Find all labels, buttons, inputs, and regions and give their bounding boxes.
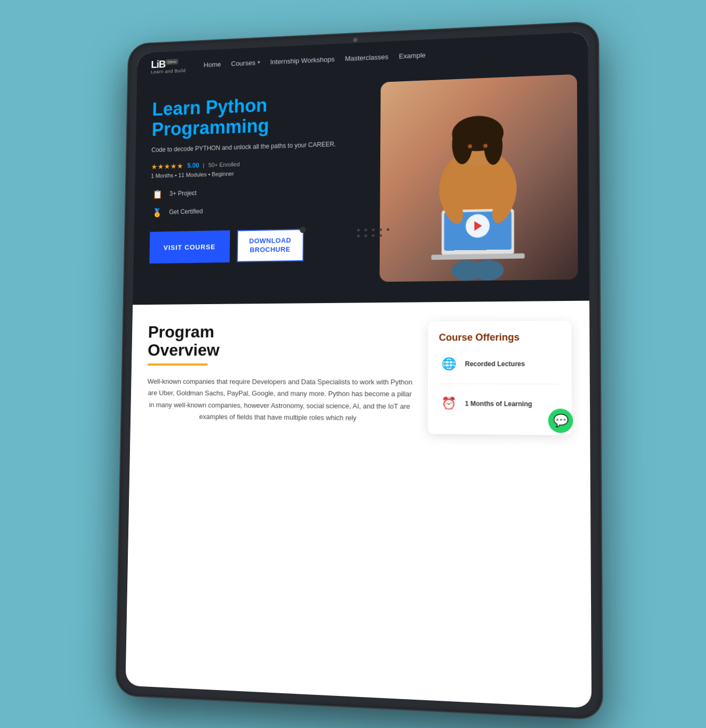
feature-certified: 🏅 Get Certified [150, 200, 375, 220]
feature-projects: 📋 3+ Project [150, 181, 375, 202]
hero-image-area [380, 74, 578, 282]
dots-decoration-2 [357, 228, 400, 271]
certified-icon: 🏅 [150, 205, 164, 220]
download-brochure-button[interactable]: DOWNLOAD BROCHURE [236, 229, 304, 262]
visit-course-button[interactable]: VISIT COURSE [149, 230, 230, 264]
nav-link-masterclasses[interactable]: Masterclasses [345, 53, 388, 63]
hero-section: Learn Python Programming Code to decode … [133, 63, 589, 305]
tablet-screen: LiBDemo Learn and Build Home Courses ▾ I… [125, 32, 592, 708]
download-line2: BROCHURE [250, 245, 290, 255]
program-title-line1: Program [148, 322, 214, 342]
offering-recorded-lectures: 🌐 Recorded Lectures [439, 354, 561, 384]
program-title-line2: Overview [148, 340, 220, 359]
recorded-lectures-label: Recorded Lectures [465, 360, 525, 368]
hero-title-line2: Programming [151, 115, 269, 140]
features-list: 📋 3+ Project 🏅 Get Certified [150, 181, 375, 220]
program-description: Well-known companies that require Develo… [147, 376, 413, 424]
camera-dot [354, 38, 358, 42]
nav-item-courses[interactable]: Courses ▾ [231, 58, 260, 67]
offerings-title: Course Offerings [439, 331, 561, 343]
hero-subtitle: Code to decode PYTHON and unlock all the… [151, 138, 375, 155]
logo-sub: Learn and Build [151, 68, 186, 74]
chevron-down-icon: ▾ [257, 60, 260, 65]
nav-link-home[interactable]: Home [204, 60, 221, 69]
lower-section: Program Overview Well-known companies th… [130, 301, 590, 456]
cta-buttons: VISIT COURSE DOWNLOAD BROCHURE [149, 228, 375, 264]
enrolled-count: 50+ Enrolled [209, 161, 240, 168]
nav-item-home[interactable]: Home [204, 59, 221, 69]
nav-link-courses[interactable]: Courses [231, 59, 256, 67]
program-title: Program Overview [148, 322, 413, 360]
nav-links: Home Courses ▾ Internship Workshops Mast… [204, 50, 426, 69]
nav-item-internship[interactable]: Internship Workshops [270, 54, 335, 66]
rating-separator: | [203, 162, 204, 169]
whatsapp-icon: 💬 [553, 414, 569, 428]
whatsapp-button[interactable]: 💬 [548, 408, 573, 433]
hero-image [380, 74, 578, 282]
logo-area: LiBDemo Learn and Build [151, 58, 186, 74]
project-icon: 📋 [150, 187, 164, 201]
play-triangle-icon [474, 221, 482, 230]
nav-courses-wrapper[interactable]: Courses ▾ [231, 58, 260, 67]
demo-badge: Demo [165, 59, 178, 65]
nav-item-example[interactable]: Example [399, 50, 426, 61]
duration-icon: ⏰ [439, 394, 458, 414]
feature-certified-label: Get Certified [169, 208, 203, 216]
feature-project-label: 3+ Project [170, 190, 197, 198]
duration-label: 1 Months of Learning [465, 400, 532, 408]
nav-link-internship[interactable]: Internship Workshops [270, 55, 335, 66]
hero-title: Learn Python Programming [151, 91, 375, 140]
nav-link-example[interactable]: Example [399, 51, 426, 60]
offering-duration: ⏰ 1 Months of Learning [439, 394, 561, 424]
program-overview: Program Overview Well-known companies th… [146, 322, 413, 434]
nav-item-masterclasses[interactable]: Masterclasses [345, 52, 388, 63]
title-underline [148, 363, 208, 366]
woman-figure [394, 85, 563, 282]
recorded-lectures-icon: 🌐 [439, 354, 458, 374]
rating-score: 5.00 [187, 162, 199, 169]
download-line1: DOWNLOAD [249, 236, 291, 246]
stars-icon: ★★★★★ [151, 162, 183, 171]
logo-text: LiBDemo [151, 58, 178, 69]
tablet-frame: LiBDemo Learn and Build Home Courses ▾ I… [116, 22, 602, 719]
hero-content: Learn Python Programming Code to decode … [149, 91, 376, 264]
